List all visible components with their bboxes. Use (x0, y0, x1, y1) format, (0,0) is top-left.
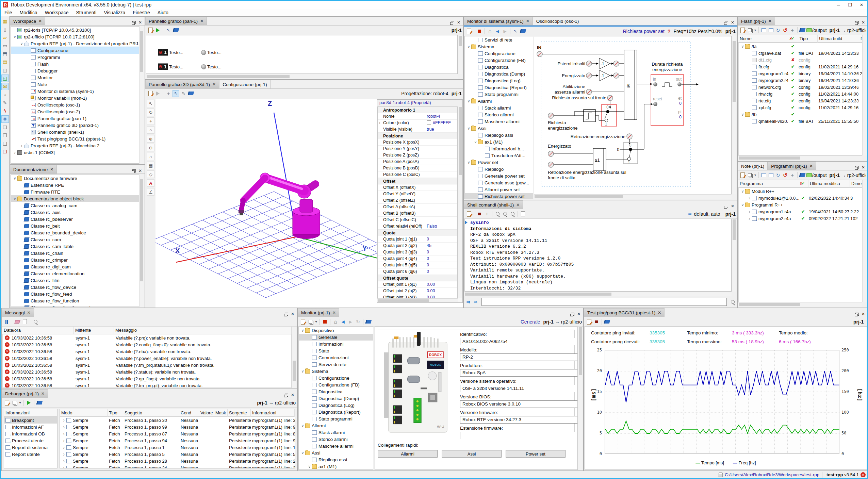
rail-icon[interactable]: ○ (1, 91, 9, 98)
tree-item[interactable]: Oscilloscopio (osc-2) (11, 108, 144, 115)
col-ultima-modifica[interactable]: Ultima modifica (808, 180, 850, 187)
forward-icon[interactable]: ▶ (502, 28, 508, 35)
tree-item[interactable]: Storico allarmi (299, 436, 373, 443)
program-row[interactable]: myprogram1.r4a 19/04/2021 14:50:27 2.22 (739, 208, 862, 215)
modello-field[interactable]: RP-2 (460, 353, 578, 361)
zoom-in-icon[interactable] (502, 211, 508, 217)
expander-icon[interactable] (466, 99, 471, 103)
home-icon[interactable]: ⌂ (332, 318, 339, 325)
col-sorgente[interactable]: Sorgente (228, 409, 251, 417)
tree-item[interactable]: Diagnostica (Report) (299, 409, 373, 415)
expander-icon[interactable]: › (379, 120, 383, 125)
close-panel-icon[interactable]: ✕ (576, 311, 582, 317)
dropdown-icon[interactable]: ▾ (18, 399, 22, 406)
tab-workspace[interactable]: Workspace✕ (10, 17, 45, 25)
expander-icon[interactable] (466, 160, 471, 165)
float-icon[interactable] (285, 394, 288, 397)
program-row[interactable]: myprogram2.r4a 09/02/2022 17:21:21 102 (739, 215, 862, 222)
error-badge[interactable]: ✕ (861, 472, 866, 477)
property-row[interactable]: › Posizione Y (posY) (378, 146, 457, 152)
tree-item[interactable]: Informazioni b... (465, 145, 533, 152)
sync-icon[interactable]: ↻ (775, 172, 781, 179)
rail-icon[interactable]: ❑ (1, 140, 9, 147)
tab-pan1[interactable]: Pannello grafico (pan-1)✕ (145, 17, 207, 25)
tree-item[interactable]: Servizi di rete (299, 361, 373, 368)
rail-icon[interactable]: ▭ (1, 42, 9, 49)
file-row[interactable]: /fb (739, 111, 862, 118)
message-row[interactable]: ✕ 10/03/2022 10:36:58 sysm-1 Variabile (… (3, 368, 291, 375)
refresh-icon[interactable]: ↻ (355, 318, 361, 325)
sync-icon[interactable]: ↻ (775, 27, 781, 34)
property-row[interactable]: › Offset Y (offsetY) (378, 191, 457, 197)
file-row[interactable]: network.cfg config 19/02/2021 13:39:46 (739, 84, 862, 90)
tree-item[interactable]: Classe rc_cam (11, 236, 139, 243)
debugger-side-item[interactable]: Processi utente (4, 437, 57, 444)
property-row[interactable]: › Colore (color) #FFFFFF (378, 120, 457, 126)
file-row[interactable]: qmakeall-vs20... file BAT 25/11/2021 15:… (739, 118, 862, 125)
scrollbar[interactable] (139, 26, 144, 164)
float-icon[interactable] (725, 205, 728, 208)
output-folder-icon[interactable] (806, 172, 812, 179)
file-row[interactable]: xpl.cfg config 11/02/2021 14:29:16 (739, 104, 862, 111)
tree-item[interactable]: Classe rc_bounded_device (11, 229, 139, 236)
expander-icon[interactable] (19, 42, 24, 46)
breakpoint-row[interactable]: Sempre Fetch Processo 1, passo 1 Nessuna… (60, 444, 295, 451)
close-panel-icon[interactable]: ✕ (290, 311, 296, 317)
back-icon[interactable]: ◀ (494, 28, 501, 35)
program-row[interactable]: mymodule1@1.0.0.... 02/02/2022 14:40:34 … (739, 195, 862, 201)
tree-item[interactable]: Classe rc_belt (11, 222, 139, 229)
tree-item[interactable]: Pannello grafico (pan-1) (11, 115, 144, 122)
tree-item[interactable]: Stack allarmi (299, 429, 373, 436)
program-row[interactable]: Moduli R++ (739, 188, 862, 195)
pan-icon[interactable]: ＋ (484, 211, 490, 217)
float-icon[interactable] (855, 313, 859, 316)
float-icon[interactable] (725, 21, 728, 24)
tree-item[interactable]: Diagnostica (299, 388, 373, 395)
dropdown-icon[interactable]: ▾ (314, 318, 318, 325)
col-tipo[interactable]: Tipo (108, 409, 123, 417)
scrollbar[interactable] (738, 155, 862, 160)
build-all-icon[interactable] (760, 172, 767, 179)
shell-output[interactable]: sysinfoInformazioni di sistemaRP-2 da Ro… (464, 219, 732, 292)
measure-icon[interactable]: ∠ (147, 188, 154, 196)
help-book-icon[interactable] (365, 318, 372, 325)
tree-item[interactable]: Configurazione (FB) (299, 381, 373, 388)
tree-item[interactable]: Progetto RTE (prj-1) - Deescrizione del … (11, 40, 144, 47)
scrollbar[interactable] (578, 327, 583, 470)
search-icon[interactable] (32, 318, 39, 325)
tree-item[interactable]: Configurazione (11, 47, 144, 54)
tree-item[interactable]: Sistema (465, 43, 533, 50)
scrollbar[interactable] (862, 180, 867, 302)
expander-icon[interactable] (307, 464, 312, 469)
home-view-icon[interactable]: ⌂ (147, 153, 154, 160)
message-row[interactable]: ✕ 10/03/2022 10:36:58 sysm-1 Variabile (… (3, 375, 291, 382)
build-all-icon[interactable] (760, 27, 767, 34)
tab-pptest[interactable]: Test ping/pong BCC/31 (pptest-1)✕ (584, 308, 665, 317)
expander-icon[interactable] (747, 209, 752, 214)
scrollbar[interactable] (377, 298, 458, 302)
run-icon[interactable] (154, 27, 161, 34)
back-icon[interactable]: ◀ (340, 318, 346, 325)
expander-icon[interactable] (466, 126, 471, 131)
pan1-canvas[interactable]: 0 1 Testo... Testo... 0 1 Testo... Testo… (146, 35, 458, 74)
tree-item[interactable]: Diagnostica (Report) (465, 84, 533, 91)
pointer-icon[interactable]: ↖ (512, 28, 519, 35)
rail-icon[interactable]: ▯ (1, 26, 9, 33)
tree-item[interactable]: Assi (299, 449, 373, 456)
rail-icon[interactable]: ▦ (1, 17, 9, 25)
properties-icon[interactable] (465, 211, 472, 217)
tree-item[interactable]: Pannello grafico 3D (pan3d-1) (11, 122, 144, 129)
tree-item[interactable]: Configurazione (465, 50, 533, 57)
help-label[interactable]: ? (668, 29, 671, 34)
property-row[interactable]: › Offset X (offsetX) (378, 184, 457, 191)
tree-item[interactable]: Monitor variabili (mon-1) (11, 95, 144, 101)
debugger-side-item[interactable]: Informazioni OB (4, 430, 57, 437)
tree-item[interactable]: Classe rc_film (11, 277, 139, 284)
tree-item[interactable]: Classe rc_flow_function_nnnb (11, 304, 139, 307)
tree-item[interactable]: Comunicazioni (299, 354, 373, 361)
debugger-side-item[interactable]: Breakpoint (4, 417, 57, 424)
tab-configurazione[interactable]: Configurazione (prj-1) (219, 80, 271, 88)
rail-icon[interactable]: ❐ (1, 132, 9, 139)
menu-workspace[interactable]: Workspace (41, 10, 72, 15)
tree-item[interactable]: Riepilogo assi (465, 132, 533, 138)
